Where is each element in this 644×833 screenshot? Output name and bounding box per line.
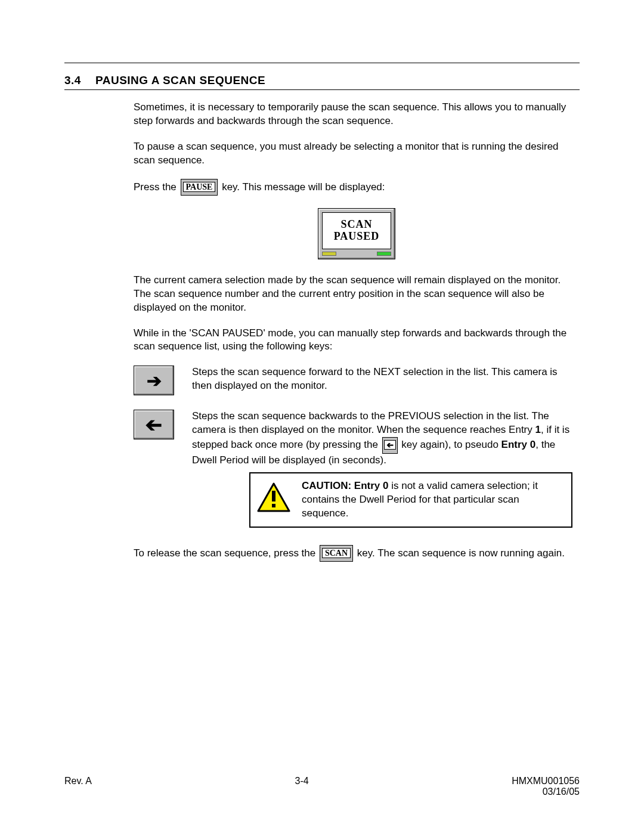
press-post: key. This message will be displayed:	[219, 181, 385, 193]
top-rule	[64, 63, 580, 63]
monitor-line1: SCAN	[340, 219, 372, 231]
back-desc-a: Steps the scan sequence backwards to the…	[192, 410, 549, 435]
monitor-led-green	[377, 252, 391, 256]
paragraph-press: Press the PAUSE key. This message will b…	[134, 179, 580, 196]
paragraph-intro: Sometimes, it is necessary to temporaril…	[134, 101, 580, 128]
forward-step-text: Steps the scan sequence forward to the N…	[192, 366, 580, 393]
paragraph-mode: While in the 'SCAN PAUSED' mode, you can…	[134, 327, 580, 354]
footer-docnum: HMXMU001056	[512, 776, 580, 786]
monitor-illustration: SCAN PAUSED	[318, 208, 395, 259]
press-pre: Press the	[134, 181, 179, 193]
backward-step-text: Steps the scan sequence backwards to the…	[192, 410, 580, 528]
warning-icon	[256, 482, 291, 518]
backward-step-row: ➔ Steps the scan sequence backwards to t…	[134, 410, 580, 528]
inline-back-key: ➔	[382, 437, 398, 454]
release-post: key. The scan sequence is now running ag…	[354, 547, 565, 559]
pause-key-button: PAUSE	[181, 179, 218, 196]
arrow-left-key: ➔	[134, 410, 174, 439]
paragraph-precondition: To pause a scan sequence, you must alrea…	[134, 140, 580, 168]
arrow-left-icon: ➔	[145, 413, 162, 436]
paragraph-release: To release the scan sequence, press the …	[134, 546, 580, 562]
svg-rect-1	[272, 491, 275, 501]
release-pre: To release the scan sequence, press the	[134, 547, 318, 559]
page-footer: Rev. A 3-4 HMXMU001056 03/16/05	[64, 776, 580, 797]
svg-rect-2	[272, 504, 275, 507]
paragraph-remain: The current camera selection made by the…	[134, 274, 580, 315]
entry-0-bold: Entry 0	[501, 439, 536, 451]
monitor-led-yellow	[322, 252, 336, 256]
monitor-screen: SCAN PAUSED	[322, 212, 391, 249]
heading-underline	[64, 89, 580, 90]
pause-key-label: PAUSE	[183, 182, 216, 192]
caution-bold: CAUTION: Entry 0	[302, 480, 388, 491]
caution-box: CAUTION: Entry 0 is not a valid camera s…	[249, 472, 572, 528]
back-desc-c: key again), to pseudo	[399, 439, 501, 451]
section-title: PAUSING A SCAN SEQUENCE	[95, 74, 265, 86]
footer-page: 3-4	[295, 776, 309, 786]
footer-rev: Rev. A	[64, 776, 92, 786]
entry-1-bold: 1	[535, 424, 541, 435]
forward-step-row: ➔ Steps the scan sequence forward to the…	[134, 366, 580, 395]
footer-date: 03/16/05	[512, 786, 580, 797]
section-number: 3.4	[64, 74, 81, 86]
arrow-right-key: ➔	[134, 366, 174, 395]
scan-key-label: SCAN	[322, 548, 351, 558]
caution-text: CAUTION: Entry 0 is not a valid camera s…	[302, 479, 561, 521]
inline-arrow-left-icon: ➔	[384, 440, 396, 450]
section-heading: 3.4PAUSING A SCAN SEQUENCE	[64, 74, 580, 87]
scan-key-button: SCAN	[320, 545, 353, 562]
arrow-right-icon: ➔	[147, 370, 162, 391]
monitor-line2: PAUSED	[334, 231, 380, 243]
